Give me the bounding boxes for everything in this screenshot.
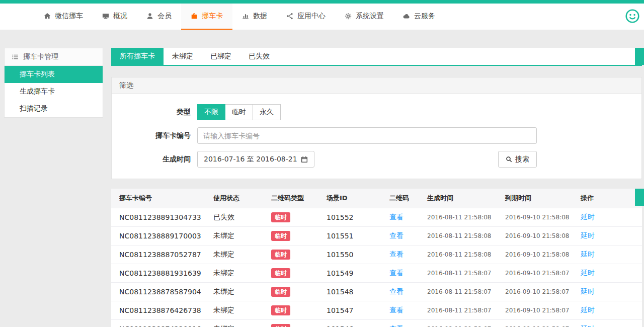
edge-accent-top bbox=[635, 48, 644, 65]
edge-accent-bottom bbox=[635, 189, 644, 206]
share-icon bbox=[286, 13, 293, 20]
search-icon bbox=[506, 156, 512, 162]
table-row: NC0811238881931639 未绑定 临时 101549 查看 2016… bbox=[111, 264, 642, 283]
cloud-icon bbox=[403, 13, 410, 20]
card-no-input[interactable] bbox=[197, 127, 537, 144]
table-row: NC0811238876426738 未绑定 临时 101547 查看 2016… bbox=[111, 301, 642, 320]
nav-item-overview[interactable]: 概况 bbox=[93, 4, 137, 30]
table-header-row: 挪车卡编号使用状态二维码类型场景ID二维码生成时间到期时间操作 bbox=[111, 189, 642, 208]
table-row: NC0811238889170003 未绑定 临时 101551 查看 2016… bbox=[111, 227, 642, 246]
status-cell: 已失效 bbox=[209, 208, 267, 227]
card-no-cell: NC0811238878587904 bbox=[111, 283, 209, 301]
scene-id-cell: 101551 bbox=[323, 227, 385, 246]
user-logo-icon bbox=[625, 9, 639, 25]
main-content: 所有挪车卡未绑定已绑定已失效 筛选 类型 不限临时永久 挪车卡编号 生成时 bbox=[111, 48, 642, 327]
sidebar-title: 挪车卡管理 bbox=[23, 52, 58, 61]
chart-icon bbox=[242, 13, 249, 20]
nav-menu: 微信挪车 概况 会员 挪车卡 数据 应用中心 系统设置 云服务 bbox=[34, 4, 445, 30]
expire-time-cell: 2016-09-10 21:58:08 bbox=[501, 246, 577, 264]
table-header-cell: 使用状态 bbox=[209, 189, 267, 208]
type-option-temporary[interactable]: 临时 bbox=[225, 104, 253, 120]
nav-item-wechat-move-car[interactable]: 微信挪车 bbox=[34, 4, 93, 30]
filter-panel-title: 筛选 bbox=[112, 77, 641, 94]
nav-item-data[interactable]: 数据 bbox=[232, 4, 277, 30]
nav-item-members[interactable]: 会员 bbox=[137, 4, 181, 30]
monitor-icon bbox=[102, 13, 109, 20]
view-qr-link[interactable]: 查看 bbox=[389, 287, 404, 295]
table-header-cell: 二维码 bbox=[385, 189, 423, 208]
status-cell: 未绑定 bbox=[209, 264, 267, 283]
scene-id-cell: 101547 bbox=[323, 301, 385, 320]
type-option-permanent[interactable]: 永久 bbox=[253, 104, 281, 120]
table-header-cell: 到期时间 bbox=[501, 189, 577, 208]
card-no-cell: NC0811238876426738 bbox=[111, 301, 209, 320]
delay-link[interactable]: 延时 bbox=[581, 269, 595, 277]
tab-unbound[interactable]: 未绑定 bbox=[164, 48, 202, 65]
delay-link[interactable]: 延时 bbox=[581, 250, 595, 258]
qr-type-badge: 临时 bbox=[271, 287, 290, 297]
sidebar-item-generate-card[interactable]: 生成挪车卡 bbox=[5, 83, 103, 100]
nav-item-app-center[interactable]: 应用中心 bbox=[277, 4, 335, 30]
tab-expired[interactable]: 已失效 bbox=[240, 48, 278, 65]
view-qr-link[interactable]: 查看 bbox=[389, 250, 404, 258]
expire-time-cell: 2016-09-10 21:58:07 bbox=[501, 320, 577, 327]
briefcase-icon bbox=[191, 13, 198, 20]
delay-link[interactable]: 延时 bbox=[581, 287, 595, 295]
date-range-picker[interactable]: 2016-07-16 至 2016-08-21 bbox=[197, 151, 314, 168]
sidebar: 挪车卡管理 挪车卡列表生成挪车卡扫描记录 bbox=[4, 48, 103, 118]
table-header-cell: 生成时间 bbox=[423, 189, 501, 208]
qr-type-badge: 临时 bbox=[271, 305, 290, 315]
table-row: NC0811238878587904 未绑定 临时 101548 查看 2016… bbox=[111, 283, 642, 301]
delay-link[interactable]: 延时 bbox=[581, 324, 595, 327]
created-time-cell: 2016-08-11 21:58:08 bbox=[423, 208, 501, 227]
card-no-cell: NC0811238881931639 bbox=[111, 264, 209, 283]
search-button-label: 搜索 bbox=[515, 155, 529, 164]
nav-item-system-settings[interactable]: 系统设置 bbox=[335, 4, 393, 30]
table-header-cell: 操作 bbox=[577, 189, 642, 208]
created-time-cell: 2016-08-11 21:58:07 bbox=[423, 264, 501, 283]
nav-item-cloud-service[interactable]: 云服务 bbox=[393, 4, 445, 30]
expire-time-cell: 2016-09-10 21:58:08 bbox=[501, 227, 577, 246]
account-avatar[interactable] bbox=[625, 10, 639, 24]
card-no-cell: NC0811238874220016 bbox=[111, 320, 209, 327]
qr-type-badge: 临时 bbox=[271, 324, 290, 327]
qr-type-badge: 临时 bbox=[271, 231, 290, 241]
expire-time-cell: 2016-09-10 21:58:07 bbox=[501, 283, 577, 301]
delay-link[interactable]: 延时 bbox=[581, 231, 595, 239]
view-qr-link[interactable]: 查看 bbox=[389, 213, 404, 221]
filter-form: 类型 不限临时永久 挪车卡编号 生成时间 2016-07-16 至 201 bbox=[112, 94, 641, 179]
status-cell: 未绑定 bbox=[209, 246, 267, 264]
tab-bound[interactable]: 已绑定 bbox=[202, 48, 240, 65]
filter-panel: 筛选 类型 不限临时永久 挪车卡编号 生成时间 bbox=[111, 77, 642, 179]
created-time-cell: 2016-08-11 21:58:07 bbox=[423, 320, 501, 327]
delay-link[interactable]: 延时 bbox=[581, 306, 595, 314]
qr-type-badge: 临时 bbox=[271, 250, 290, 260]
status-cell: 未绑定 bbox=[209, 301, 267, 320]
type-option-any[interactable]: 不限 bbox=[197, 104, 225, 120]
nav-item-move-car-card[interactable]: 挪车卡 bbox=[181, 4, 232, 30]
view-qr-link[interactable]: 查看 bbox=[389, 324, 404, 327]
table-row: NC0811238891304733 已失效 临时 101552 查看 2016… bbox=[111, 208, 642, 227]
tab-bar: 所有挪车卡未绑定已绑定已失效 bbox=[111, 48, 642, 66]
top-navbar: 微信挪车 概况 会员 挪车卡 数据 应用中心 系统设置 云服务 bbox=[0, 4, 644, 30]
expire-time-cell: 2016-09-10 21:58:08 bbox=[501, 208, 577, 227]
qr-type-badge: 临时 bbox=[271, 212, 290, 222]
delay-link[interactable]: 延时 bbox=[581, 213, 595, 221]
sidebar-item-scan-records[interactable]: 扫描记录 bbox=[5, 100, 103, 117]
view-qr-link[interactable]: 查看 bbox=[389, 269, 404, 277]
card-no-cell: NC0811238887052787 bbox=[111, 246, 209, 264]
table-row: NC0811238887052787 未绑定 临时 101550 查看 2016… bbox=[111, 246, 642, 264]
tab-all-cards[interactable]: 所有挪车卡 bbox=[111, 48, 164, 65]
table-header-cell: 二维码类型 bbox=[267, 189, 323, 208]
qr-type-badge: 临时 bbox=[271, 268, 290, 278]
home-icon bbox=[44, 13, 51, 20]
created-time-cell: 2016-08-11 21:58:07 bbox=[423, 283, 501, 301]
time-label: 生成时间 bbox=[112, 155, 197, 164]
view-qr-link[interactable]: 查看 bbox=[389, 306, 404, 314]
status-cell: 未绑定 bbox=[209, 320, 267, 327]
sidebar-item-card-list[interactable]: 挪车卡列表 bbox=[5, 66, 103, 83]
status-cell: 未绑定 bbox=[209, 227, 267, 246]
search-button[interactable]: 搜索 bbox=[498, 151, 537, 168]
view-qr-link[interactable]: 查看 bbox=[389, 231, 404, 239]
created-time-cell: 2016-08-11 21:58:07 bbox=[423, 301, 501, 320]
